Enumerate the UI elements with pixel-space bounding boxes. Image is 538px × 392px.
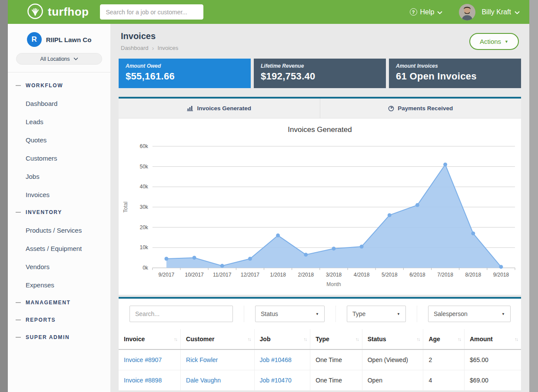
caret-down-icon: ▼ bbox=[501, 312, 505, 316]
global-search-input[interactable] bbox=[100, 4, 203, 20]
svg-text:9/2018: 9/2018 bbox=[493, 272, 509, 278]
location-selector[interactable]: All Locations bbox=[16, 53, 102, 65]
brand-logo[interactable]: turfhop bbox=[27, 3, 89, 21]
actions-button[interactable]: Actions ▼ bbox=[469, 33, 519, 50]
dashes-icon bbox=[16, 302, 21, 303]
svg-text:10k: 10k bbox=[140, 244, 148, 250]
salesperson-select[interactable]: Salesperson ▼ bbox=[428, 306, 511, 322]
sidebar-item-quotes[interactable]: Quotes bbox=[8, 131, 110, 149]
table-search-input[interactable] bbox=[130, 306, 233, 322]
user-menu[interactable]: Billy Kraft bbox=[482, 8, 520, 16]
navbar-right: ? Help Billy Kraft bbox=[410, 4, 520, 20]
help-menu[interactable]: ? Help bbox=[410, 8, 443, 16]
sidebar-item-products-services[interactable]: Products / Services bbox=[8, 221, 110, 239]
breadcrumb-current: Invoices bbox=[158, 45, 179, 51]
column-header-invoice[interactable]: Invoice↑↓ bbox=[119, 329, 181, 349]
svg-text:5/2018: 5/2018 bbox=[382, 272, 398, 278]
table-row: Invoice #8898 Dale Vaughn Job #10470 One… bbox=[119, 370, 521, 391]
sidebar-item-customers[interactable]: Customers bbox=[8, 149, 110, 167]
column-header-type[interactable]: Type↑↓ bbox=[310, 329, 362, 349]
location-selector-label: All Locations bbox=[40, 56, 70, 62]
right-edge-strip[interactable] bbox=[529, 0, 538, 392]
sidebar-item-leads[interactable]: Leads bbox=[8, 112, 110, 131]
page-title: Invoices bbox=[121, 31, 178, 41]
svg-text:4/2018: 4/2018 bbox=[354, 272, 370, 278]
svg-text:7/2018: 7/2018 bbox=[437, 272, 453, 278]
chart-tabs: Invoices Generated Payments Received bbox=[119, 99, 521, 119]
svg-text:60k: 60k bbox=[140, 143, 148, 149]
sidebar-section-inventory[interactable]: INVENTORY bbox=[8, 204, 110, 221]
stat-label: Amount Invoices bbox=[396, 63, 514, 69]
sidebar-item-expenses[interactable]: Expenses bbox=[8, 276, 110, 294]
top-navbar: turfhop ? Help Billy Kra bbox=[8, 0, 529, 24]
invoices-table-panel: Status ▼ Type ▼ Salesperson ▼ bbox=[119, 297, 521, 391]
help-label: Help bbox=[420, 8, 435, 16]
pie-chart-icon bbox=[388, 105, 394, 112]
chevron-down-icon bbox=[515, 8, 520, 16]
invoice-link[interactable]: Invoice #8907 bbox=[124, 356, 162, 363]
svg-text:12/2017: 12/2017 bbox=[241, 272, 260, 278]
app-window: turfhop ? Help Billy Kra bbox=[8, 0, 529, 392]
column-header-amount[interactable]: Amount↑↓ bbox=[464, 329, 521, 349]
column-header-status[interactable]: Status↑↓ bbox=[362, 329, 423, 349]
stat-card-amount-invoices: Amount Invoices 61 Open Invoices bbox=[389, 59, 521, 88]
svg-text:3/2018: 3/2018 bbox=[326, 272, 342, 278]
company-header: R RIIPL Lawn Co bbox=[8, 24, 110, 51]
tab-invoices-generated[interactable]: Invoices Generated bbox=[119, 99, 320, 118]
brand-name: turfhop bbox=[48, 5, 89, 19]
table-header-row: Invoice↑↓ Customer↑↓ Job↑↓ Type↑↓ Status… bbox=[119, 329, 521, 349]
filter-cell-search bbox=[119, 306, 244, 322]
sort-icon: ↑↓ bbox=[355, 336, 359, 342]
tab-label: Payments Received bbox=[398, 105, 453, 112]
invoice-link[interactable]: Invoice #8898 bbox=[124, 377, 162, 384]
status-select-label: Status bbox=[261, 310, 278, 317]
dashes-icon bbox=[16, 320, 21, 320]
actions-button-label: Actions bbox=[480, 38, 501, 45]
sidebar-section-super-admin[interactable]: SUPER ADMIN bbox=[8, 329, 110, 346]
page-header: Invoices Dashboard › Invoices Actions ▼ bbox=[119, 24, 521, 58]
column-header-age[interactable]: Age↑↓ bbox=[423, 329, 464, 349]
sort-icon: ↑↓ bbox=[458, 336, 461, 342]
chevron-down-icon bbox=[437, 8, 442, 16]
sidebar-menu: WORKFLOW Dashboard Leads Quotes Customer… bbox=[8, 72, 110, 346]
bar-chart-icon bbox=[187, 105, 193, 111]
age-cell: 2 bbox=[423, 349, 464, 370]
sidebar-item-vendors[interactable]: Vendors bbox=[8, 257, 110, 276]
stat-label: Lifetime Revenue bbox=[261, 63, 379, 69]
column-header-job[interactable]: Job↑↓ bbox=[254, 329, 310, 349]
sidebar-section-workflow[interactable]: WORKFLOW bbox=[8, 77, 110, 94]
sidebar-item-invoices[interactable]: Invoices bbox=[8, 185, 110, 204]
job-link[interactable]: Job #10468 bbox=[260, 356, 292, 363]
sidebar-item-jobs[interactable]: Jobs bbox=[8, 167, 110, 185]
type-select[interactable]: Type ▼ bbox=[347, 306, 406, 322]
main-content: Invoices Dashboard › Invoices Actions ▼ … bbox=[110, 24, 529, 392]
left-edge-strip bbox=[0, 0, 8, 392]
sidebar-section-management[interactable]: MANAGEMENT bbox=[8, 294, 110, 311]
column-header-customer[interactable]: Customer↑↓ bbox=[181, 329, 254, 349]
chart-body: Invoices Generated 0k10k20k30k40k50k60k9… bbox=[119, 119, 521, 295]
job-link[interactable]: Job #10470 bbox=[260, 377, 292, 384]
status-select[interactable]: Status ▼ bbox=[255, 306, 325, 322]
svg-text:Month: Month bbox=[326, 281, 341, 287]
chart-title: Invoices Generated bbox=[119, 125, 521, 134]
svg-text:11/2017: 11/2017 bbox=[213, 272, 232, 278]
user-avatar[interactable] bbox=[459, 4, 475, 20]
sidebar-item-dashboard[interactable]: Dashboard bbox=[8, 94, 110, 112]
sidebar-section-reports[interactable]: REPORTS bbox=[8, 311, 110, 329]
filter-cell-button: Filter bbox=[521, 305, 529, 323]
stat-value: $55,161.66 bbox=[126, 71, 244, 82]
customer-link[interactable]: Rick Fowler bbox=[186, 356, 218, 363]
sidebar-item-assets-equipment[interactable]: Assets / Equipment bbox=[8, 239, 110, 257]
tab-label: Invoices Generated bbox=[197, 105, 251, 112]
tab-payments-received[interactable]: Payments Received bbox=[320, 99, 521, 118]
breadcrumb-dashboard[interactable]: Dashboard bbox=[121, 45, 149, 51]
svg-text:Total: Total bbox=[123, 201, 129, 212]
dashes-icon bbox=[16, 212, 21, 213]
type-cell: One Time bbox=[310, 370, 362, 391]
stat-label: Amount Owed bbox=[126, 63, 244, 69]
caret-down-icon: ▼ bbox=[315, 312, 319, 316]
caret-down-icon: ▼ bbox=[505, 40, 508, 44]
age-cell: 4 bbox=[423, 370, 464, 391]
customer-link[interactable]: Dale Vaughn bbox=[186, 377, 221, 384]
sort-icon: ↑↓ bbox=[416, 336, 419, 342]
